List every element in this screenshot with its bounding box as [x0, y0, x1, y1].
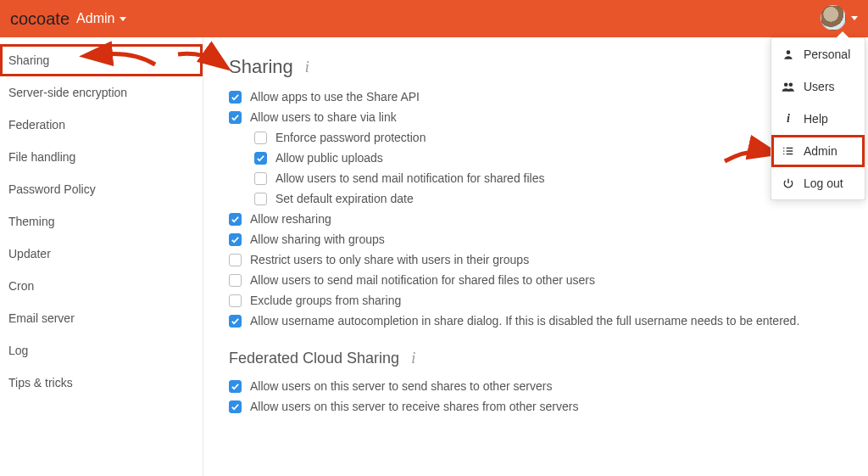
menu-item-logout[interactable]: Log out	[771, 167, 865, 199]
option-label: Allow users on this server to send share…	[250, 379, 552, 393]
sidebar-item-label: File handling	[8, 150, 75, 164]
sidebar-item-server-side-encryption[interactable]: Server-side encryption	[0, 76, 203, 109]
sidebar-item-federation[interactable]: Federation	[0, 109, 203, 141]
sidebar-item-label: Updater	[8, 247, 51, 260]
option-share-via-link[interactable]: Allow users to share via link	[229, 110, 843, 124]
menu-item-personal[interactable]: Personal	[771, 38, 865, 70]
checkbox-icon	[229, 380, 242, 393]
option-label: Allow public uploads	[275, 151, 383, 165]
checkbox-icon	[229, 400, 242, 413]
svg-point-2	[789, 82, 793, 87]
option-label: Allow users to send mail notification fo…	[250, 273, 595, 287]
power-icon	[782, 177, 795, 189]
admin-dropdown-label: Admin	[76, 11, 114, 26]
svg-point-1	[784, 82, 788, 87]
sidebar-item-label: Theming	[8, 215, 54, 228]
checkbox-icon	[254, 172, 267, 185]
menu-item-help[interactable]: i Help	[771, 103, 865, 135]
checkbox-icon	[229, 111, 242, 124]
sidebar-item-label: Email server	[8, 311, 75, 325]
page-title: Sharing	[229, 56, 293, 78]
option-label: Restrict users to only share with users …	[250, 253, 529, 266]
option-label: Allow sharing with groups	[250, 232, 385, 246]
annotation-arrow-icon	[174, 48, 233, 76]
option-fed-send[interactable]: Allow users on this server to send share…	[229, 379, 843, 393]
user-avatar-menu-trigger[interactable]	[821, 5, 858, 31]
brand-logo: cocoate	[10, 9, 70, 29]
menu-item-label: Log out	[804, 176, 843, 190]
users-icon	[782, 81, 795, 92]
sidebar-item-updater[interactable]: Updater	[0, 238, 203, 270]
checkbox-icon	[229, 294, 242, 307]
sidebar-item-tips-tricks[interactable]: Tips & tricks	[0, 367, 203, 399]
info-icon: i	[782, 112, 795, 126]
sidebar-item-log[interactable]: Log	[0, 334, 203, 367]
annotation-arrow-icon	[100, 48, 159, 76]
menu-item-label: Users	[804, 80, 835, 93]
option-label: Exclude groups from sharing	[250, 294, 401, 307]
option-label: Set default expiration date	[275, 192, 414, 205]
sidebar-item-label: Log	[8, 344, 28, 357]
option-exclude-groups[interactable]: Exclude groups from sharing	[229, 294, 843, 307]
settings-sidebar: Sharing Server-side encryption Federatio…	[0, 37, 203, 476]
option-autocomplete[interactable]: Allow username autocompletion in share d…	[229, 314, 843, 328]
sidebar-item-label: Cron	[8, 279, 34, 293]
option-default-expire[interactable]: Set default expiration date	[254, 192, 843, 205]
checkbox-icon	[229, 274, 242, 287]
svg-point-0	[787, 50, 791, 54]
option-label: Allow users on this server to receive sh…	[250, 400, 578, 413]
sidebar-item-email-server[interactable]: Email server	[0, 302, 203, 334]
option-label: Allow resharing	[250, 212, 331, 226]
checkbox-icon	[254, 193, 267, 205]
top-bar: cocoate Admin	[0, 0, 868, 37]
admin-dropdown[interactable]: Admin	[76, 11, 126, 26]
option-allow-share-api[interactable]: Allow apps to use the Share API	[229, 90, 843, 104]
person-icon	[782, 48, 795, 60]
option-label: Allow apps to use the Share API	[250, 90, 420, 104]
sidebar-item-label: Tips & tricks	[8, 376, 73, 389]
menu-item-users[interactable]: Users	[771, 70, 865, 103]
list-icon	[782, 145, 795, 157]
option-allow-reshare[interactable]: Allow resharing	[229, 212, 843, 226]
option-label: Allow users to send mail notification fo…	[275, 171, 544, 185]
sidebar-item-label: Password Policy	[8, 182, 96, 196]
sidebar-item-label: Sharing	[8, 53, 49, 67]
menu-item-label: Admin	[804, 144, 837, 158]
checkbox-icon	[229, 254, 242, 266]
checkbox-icon	[254, 132, 267, 144]
page-title-row: Sharing i	[229, 56, 843, 78]
checkbox-icon	[229, 233, 242, 246]
sidebar-item-password-policy[interactable]: Password Policy	[0, 173, 203, 205]
checkbox-icon	[254, 152, 267, 165]
menu-item-label: Personal	[804, 48, 850, 61]
sidebar-item-label: Federation	[8, 118, 65, 132]
sidebar-item-file-handling[interactable]: File handling	[0, 141, 203, 173]
sidebar-item-cron[interactable]: Cron	[0, 270, 203, 302]
option-restrict-own-groups[interactable]: Restrict users to only share with users …	[229, 253, 843, 266]
option-mail-notif-shared[interactable]: Allow users to send mail notification fo…	[254, 171, 843, 185]
option-share-groups[interactable]: Allow sharing with groups	[229, 232, 843, 246]
sidebar-item-label: Server-side encryption	[8, 86, 127, 99]
option-label: Allow username autocompletion in share d…	[250, 314, 799, 328]
federated-title: Federated Cloud Sharing	[229, 350, 399, 367]
caret-down-icon	[120, 17, 126, 21]
checkbox-icon	[229, 91, 242, 104]
info-icon[interactable]: i	[411, 350, 415, 367]
info-icon[interactable]: i	[305, 59, 309, 76]
caret-down-icon	[851, 16, 858, 20]
federated-title-row: Federated Cloud Sharing i	[229, 350, 843, 367]
option-mail-notif-other[interactable]: Allow users to send mail notification fo…	[229, 273, 843, 287]
user-dropdown-menu: Personal Users i Help Admin Log out	[771, 37, 865, 200]
option-label: Enforce password protection	[275, 131, 426, 144]
menu-item-admin[interactable]: Admin	[771, 135, 865, 167]
checkbox-icon	[229, 213, 242, 226]
avatar-icon	[821, 5, 846, 31]
sidebar-item-theming[interactable]: Theming	[0, 205, 203, 238]
menu-item-label: Help	[804, 112, 828, 126]
option-fed-receive[interactable]: Allow users on this server to receive sh…	[229, 400, 843, 413]
checkbox-icon	[229, 315, 242, 328]
option-label: Allow users to share via link	[250, 110, 397, 124]
settings-content: Sharing i Allow apps to use the Share AP…	[203, 37, 868, 476]
